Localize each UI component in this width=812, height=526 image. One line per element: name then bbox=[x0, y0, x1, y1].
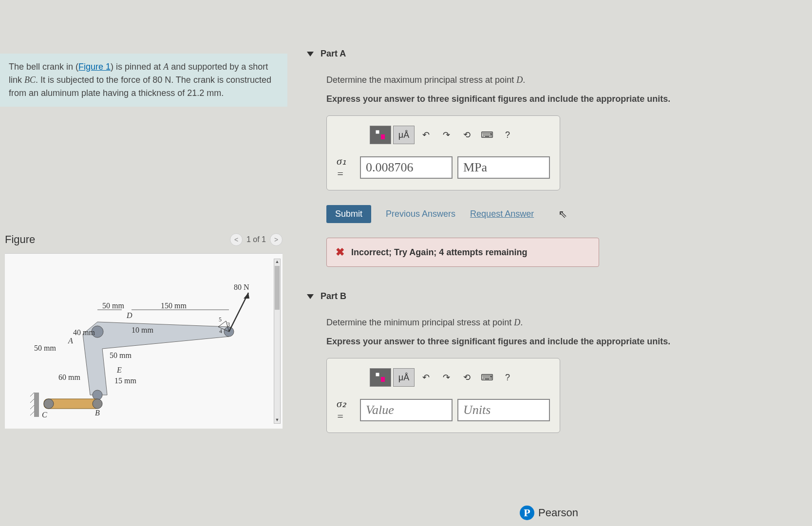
fig-dim-60: 60 mm bbox=[58, 373, 80, 382]
part-a-answer-box: μÅ ↶ ↷ ⟲ ⌨ ? σ₁ = bbox=[326, 115, 560, 190]
redo-icon[interactable]: ↷ bbox=[437, 368, 455, 387]
fig-tri-5: 5 bbox=[219, 316, 222, 323]
scrollbar-thumb[interactable] bbox=[275, 266, 280, 310]
fig-point-A: A bbox=[68, 337, 73, 345]
problem-text-6: . bbox=[221, 88, 224, 98]
sigma2-value-input[interactable] bbox=[360, 399, 453, 421]
var-A: A bbox=[163, 62, 169, 72]
cursor-icon: ⇖ bbox=[558, 208, 567, 221]
figure-next-button[interactable]: > bbox=[270, 233, 283, 246]
svg-rect-18 bbox=[381, 377, 385, 382]
redo-icon[interactable]: ↷ bbox=[437, 126, 455, 144]
fig-tri-4: 4 bbox=[219, 328, 222, 335]
help-icon[interactable]: ? bbox=[498, 368, 517, 387]
problem-text-4: . It is subjected to the force of 80 bbox=[36, 75, 165, 85]
figure-panel: Figure < 1 of 1 > bbox=[0, 233, 287, 429]
template-tool-icon[interactable] bbox=[370, 368, 391, 387]
fig-force-label: 80 N bbox=[234, 283, 249, 292]
fig-point-C: C bbox=[42, 411, 47, 419]
keyboard-icon[interactable]: ⌨ bbox=[478, 126, 496, 144]
svg-rect-16 bbox=[381, 134, 385, 139]
unit-mm: mm bbox=[207, 88, 221, 98]
part-a-instruction-1: Determine the maximum principal stress a… bbox=[326, 74, 793, 87]
part-b-instruction-2: Express your answer to three significant… bbox=[326, 335, 793, 348]
fig-dim-50a: 50 mm bbox=[102, 301, 124, 310]
pearson-brand-text: Pearson bbox=[538, 507, 578, 519]
feedback-text: Incorrect; Try Again; 4 attempts remaini… bbox=[351, 247, 527, 258]
part-b-instruction-1: Determine the minimum principal stress a… bbox=[326, 316, 793, 329]
fig-dim-40: 40 mm bbox=[73, 328, 95, 337]
reset-icon[interactable]: ⟲ bbox=[457, 368, 476, 387]
svg-line-7 bbox=[30, 393, 34, 396]
help-icon[interactable]: ? bbox=[498, 126, 517, 144]
svg-line-9 bbox=[30, 405, 34, 409]
problem-text-1: The bell crank in ( bbox=[9, 62, 78, 72]
template-tool-icon[interactable] bbox=[370, 126, 391, 144]
fig-tri-3: 3 bbox=[227, 321, 230, 328]
previous-answers-link[interactable]: Previous Answers bbox=[386, 209, 455, 219]
figure-title: Figure bbox=[5, 233, 35, 246]
svg-marker-12 bbox=[244, 293, 249, 299]
part-a-point-D: D bbox=[516, 75, 523, 85]
svg-rect-17 bbox=[376, 373, 379, 376]
part-b-toolbar: μÅ ↶ ↷ ⟲ ⌨ ? bbox=[337, 368, 550, 387]
undo-icon[interactable]: ↶ bbox=[416, 126, 435, 144]
undo-icon[interactable]: ↶ bbox=[416, 368, 435, 387]
incorrect-icon: ✖ bbox=[336, 246, 344, 259]
svg-line-10 bbox=[30, 412, 34, 415]
svg-point-5 bbox=[93, 399, 102, 409]
figure-prev-button[interactable]: < bbox=[230, 233, 243, 246]
part-a-header[interactable]: Part A bbox=[307, 49, 793, 59]
sigma2-units-input[interactable] bbox=[457, 399, 550, 421]
figure-viewport: 80 N 50 mm 150 mm D 40 mm 10 mm A 50 mm … bbox=[5, 253, 283, 429]
svg-point-2 bbox=[93, 390, 102, 400]
sigma1-label: σ₁ = bbox=[337, 155, 355, 180]
fig-dim-150: 150 mm bbox=[161, 301, 187, 310]
figure-nav: < 1 of 1 > bbox=[230, 233, 283, 246]
part-a-toolbar: μÅ ↶ ↷ ⟲ ⌨ ? bbox=[337, 126, 550, 144]
fig-point-E: E bbox=[117, 366, 122, 375]
figure-link[interactable]: Figure 1 bbox=[78, 62, 111, 72]
figure-counter: 1 of 1 bbox=[246, 235, 266, 244]
scroll-down-icon[interactable]: ▼ bbox=[275, 417, 280, 423]
svg-rect-15 bbox=[376, 131, 379, 133]
fig-dim-50c: 50 mm bbox=[110, 351, 132, 360]
collapse-icon bbox=[307, 294, 314, 299]
part-b-instr-post: . bbox=[520, 318, 523, 327]
sigma2-label: σ₂ = bbox=[337, 397, 355, 423]
figure-scrollbar[interactable]: ▲ ▼ bbox=[274, 259, 281, 424]
collapse-icon bbox=[307, 52, 314, 56]
part-b-header[interactable]: Part B bbox=[307, 291, 793, 301]
part-b-answer-box: μÅ ↶ ↷ ⟲ ⌨ ? σ₂ = bbox=[326, 358, 560, 433]
part-a-instruction-2: Express your answer to three significant… bbox=[326, 93, 793, 106]
figure-diagram: 80 N 50 mm 150 mm D 40 mm 10 mm A 50 mm … bbox=[24, 263, 268, 419]
fig-point-D: D bbox=[127, 311, 132, 320]
units-tool-button[interactable]: μÅ bbox=[393, 368, 415, 387]
unit-N: N bbox=[165, 75, 171, 85]
fig-point-B: B bbox=[95, 409, 100, 417]
part-b-instr-pre: Determine the minimum principal stress a… bbox=[326, 318, 514, 327]
submit-button[interactable]: Submit bbox=[326, 205, 371, 223]
keyboard-icon[interactable]: ⌨ bbox=[478, 368, 496, 387]
reset-icon[interactable]: ⟲ bbox=[457, 126, 476, 144]
problem-text-2: ) is pinned at bbox=[111, 62, 163, 72]
feedback-box: ✖ Incorrect; Try Again; 4 attempts remai… bbox=[326, 238, 599, 267]
units-tool-button[interactable]: μÅ bbox=[393, 126, 415, 144]
svg-point-4 bbox=[44, 399, 54, 409]
pearson-logo-icon: P bbox=[520, 506, 534, 520]
part-a-instr-post: . bbox=[523, 75, 525, 85]
var-BC: BC bbox=[24, 75, 36, 85]
pearson-footer: P Pearson bbox=[520, 506, 578, 520]
part-a-title: Part A bbox=[321, 49, 346, 59]
fig-dim-50b: 50 mm bbox=[34, 344, 56, 353]
scroll-up-icon[interactable]: ▲ bbox=[275, 259, 280, 265]
fig-dim-15: 15 mm bbox=[114, 376, 136, 385]
problem-statement: The bell crank in (Figure 1) is pinned a… bbox=[0, 54, 287, 107]
part-a-instr-pre: Determine the maximum principal stress a… bbox=[326, 75, 516, 85]
svg-line-8 bbox=[30, 399, 34, 403]
part-b-point-D: D bbox=[514, 318, 520, 327]
sigma1-value-input[interactable] bbox=[360, 156, 453, 179]
sigma1-units-input[interactable] bbox=[457, 156, 550, 179]
svg-rect-6 bbox=[34, 393, 39, 417]
request-answer-link[interactable]: Request Answer bbox=[470, 209, 534, 219]
